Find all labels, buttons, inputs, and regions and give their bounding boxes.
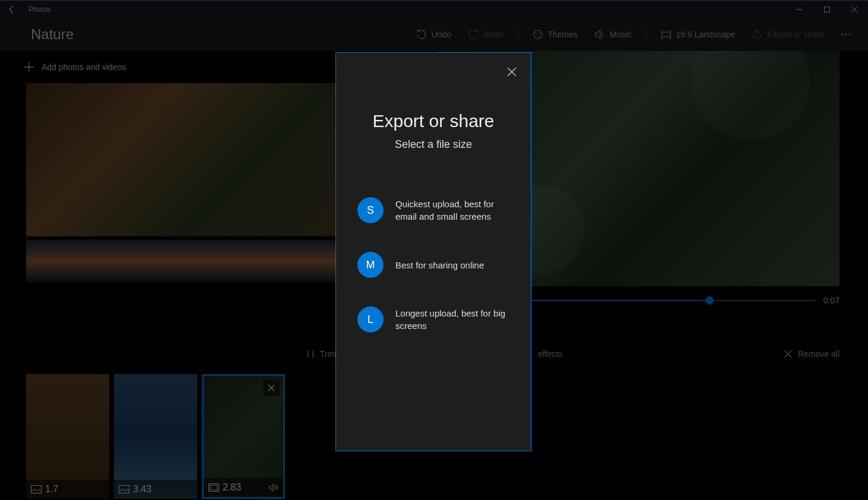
dialog-close-button[interactable] <box>502 62 521 81</box>
size-desc: Quickest upload, best for email and smal… <box>395 198 509 223</box>
dialog-title: Export or share <box>350 111 517 131</box>
size-desc: Longest upload, best for big screens <box>395 307 509 332</box>
size-option-large[interactable]: L Longest upload, best for big screens <box>357 306 509 333</box>
size-option-medium[interactable]: M Best for sharing online <box>357 252 509 278</box>
size-badge: L <box>357 306 384 333</box>
export-dialog: Export or share Select a file size S Qui… <box>335 52 531 451</box>
size-desc: Best for sharing online <box>395 259 484 271</box>
size-badge: S <box>357 197 384 223</box>
size-option-small[interactable]: S Quickest upload, best for email and sm… <box>357 197 509 223</box>
dialog-subtitle: Select a file size <box>350 138 517 151</box>
size-badge: M <box>357 252 384 278</box>
